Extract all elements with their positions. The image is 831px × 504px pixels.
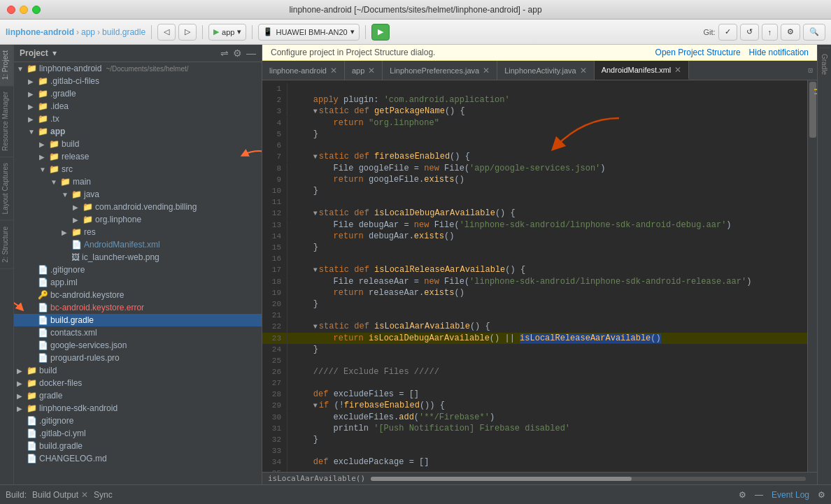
- sync-button[interactable]: Sync: [94, 490, 113, 500]
- tab-close[interactable]: ✕: [483, 66, 490, 75]
- tree-item-contacts[interactable]: ▶ 📄 contacts.xml: [14, 326, 262, 339]
- line-content[interactable]: def excludePackage = []: [293, 456, 807, 468]
- line-content[interactable]: }: [293, 185, 807, 196]
- line-content[interactable]: }: [293, 242, 807, 253]
- vtab-layout-captures[interactable]: Layout Captures: [0, 157, 13, 220]
- tab-linphone-activity[interactable]: LinphoneActivity.java ✕: [497, 61, 595, 80]
- minimize-button[interactable]: [20, 6, 28, 14]
- tree-item-build-root[interactable]: ▶ 📁 build: [14, 364, 262, 377]
- tab-close[interactable]: ✕: [330, 66, 337, 75]
- tree-item-java[interactable]: ▼ 📁 java: [14, 188, 262, 201]
- fold-icon[interactable]: ▼: [313, 153, 318, 161]
- horizontal-scrollbar-thumb[interactable]: [371, 477, 632, 481]
- panel-icon-horizontal[interactable]: ⇌: [220, 48, 229, 59]
- line-content[interactable]: ▼static def isLocalAarAvailable() {: [293, 321, 807, 333]
- code-editor[interactable]: 1 2 apply plugin: 'com.android.applicati…: [262, 80, 807, 472]
- line-content[interactable]: File googleFile = new File('app/google-s…: [293, 163, 807, 174]
- build-button[interactable]: Build:: [6, 490, 27, 500]
- git-update[interactable]: ↺: [740, 24, 759, 41]
- breadcrumb-project[interactable]: linphone-android: [6, 27, 74, 37]
- tree-item-gradle-root[interactable]: ▶ 📁 gradle: [14, 389, 262, 402]
- gear-icon[interactable]: ⚙: [739, 490, 746, 500]
- line-content[interactable]: [293, 468, 807, 472]
- line-content[interactable]: ▼static def getPackageName() {: [293, 106, 807, 117]
- minimize-panel-icon[interactable]: —: [755, 490, 763, 500]
- close-button[interactable]: [7, 6, 15, 14]
- tree-item-build-gradle-root[interactable]: ▶ 📄 build.gradle: [14, 440, 262, 452]
- line-content[interactable]: return googleFile.exists(): [293, 174, 807, 185]
- tree-item-res[interactable]: ▶ 📁 res: [14, 226, 262, 238]
- line-content[interactable]: [293, 355, 807, 366]
- open-project-structure-link[interactable]: Open Project Structure: [655, 48, 741, 57]
- tree-item-build[interactable]: ▶ 📁 build: [14, 138, 262, 150]
- tree-item-tx[interactable]: ▶ 📁 .tx: [14, 113, 262, 125]
- tree-item-com-android-vending-billing[interactable]: ▶ 📁 com.android.vending.billing: [14, 201, 262, 213]
- line-content[interactable]: File debugAar = new File('linphone-sdk-a…: [293, 219, 807, 231]
- line-content[interactable]: }: [293, 129, 807, 140]
- fold-icon[interactable]: ▼: [313, 323, 318, 331]
- tab-android-manifest[interactable]: AndroidManifest.xml ✕: [595, 61, 690, 80]
- fold-icon[interactable]: ▼: [313, 266, 318, 274]
- fold-icon[interactable]: ▼: [313, 108, 318, 115]
- tree-item-docker-files[interactable]: ▶ 📁 docker-files: [14, 377, 262, 389]
- tree-item-main[interactable]: ▼ 📁 main: [14, 175, 262, 188]
- fold-icon[interactable]: ▼: [313, 402, 318, 410]
- search-button[interactable]: 🔍: [803, 24, 825, 41]
- line-content[interactable]: [293, 445, 807, 456]
- editor-scrollbar[interactable]: [807, 80, 817, 472]
- tree-item-linphone-sdk-android[interactable]: ▶ 📁 linphone-sdk-android: [14, 402, 262, 415]
- tree-item-linphone-android[interactable]: ▼ 📁 linphone-android ~/Documents/sites/h…: [14, 62, 262, 75]
- build-output-button[interactable]: Build Output ✕: [32, 490, 88, 500]
- maximize-button[interactable]: [32, 6, 41, 14]
- line-content[interactable]: apply plugin: 'com.android.application': [293, 94, 807, 106]
- line-content[interactable]: return "org.linphone": [293, 117, 807, 129]
- line-content[interactable]: }: [293, 344, 807, 355]
- panel-icon-settings[interactable]: ⚙: [233, 48, 242, 59]
- line-content[interactable]: ▼static def isLocalDebugAarAvailable() {: [293, 208, 807, 219]
- tab-app[interactable]: app ✕: [345, 61, 383, 80]
- run-button[interactable]: ▶: [371, 24, 390, 41]
- line-content[interactable]: ///// Exclude Files /////: [293, 366, 807, 377]
- line-content[interactable]: }: [293, 434, 807, 445]
- build-output-close[interactable]: ✕: [81, 490, 88, 500]
- tree-item-idea[interactable]: ▶ 📁 .idea: [14, 100, 262, 113]
- git-settings[interactable]: ⚙: [781, 24, 800, 41]
- tree-item-gitlab-ci-files[interactable]: ▶ 📁 .gitlab-ci-files: [14, 75, 262, 87]
- panel-dropdown[interactable]: ▾: [52, 48, 57, 58]
- tree-item-app[interactable]: ▼ 📁 app: [14, 125, 262, 138]
- vtab-resource-manager[interactable]: Resource Manager: [0, 86, 13, 157]
- tree-item-proguard[interactable]: ▶ 📄 proguard-rules.pro: [14, 352, 262, 364]
- line-content[interactable]: [293, 310, 807, 321]
- tree-item-release[interactable]: ▶ 📁 release: [14, 150, 262, 163]
- breadcrumb-module[interactable]: app: [81, 27, 95, 37]
- run-config-select[interactable]: ▶ app ▾: [208, 24, 246, 41]
- event-log-settings[interactable]: ⚙: [818, 490, 825, 500]
- line-content[interactable]: [293, 83, 807, 94]
- tree-item-gitignore-root[interactable]: ▶ 📄 .gitignore: [14, 415, 262, 427]
- breadcrumb-file[interactable]: build.gradle: [102, 27, 145, 37]
- git-check[interactable]: ✓: [718, 24, 737, 41]
- line-content[interactable]: return isLocalDebugAarAvailable() || isL…: [293, 333, 807, 344]
- line-content[interactable]: ▼static def firebaseEnabled() {: [293, 151, 807, 163]
- tab-close[interactable]: ✕: [580, 66, 587, 75]
- tab-close[interactable]: ✕: [368, 66, 375, 75]
- tree-item-gitlab-ci-yml[interactable]: ▶ 📄 .gitlab-ci.yml: [14, 427, 262, 440]
- tree-item-bc-keystore[interactable]: ▶ 🔑 bc-android.keystore: [14, 289, 262, 301]
- forward-button[interactable]: ▷: [178, 24, 197, 41]
- tab-close[interactable]: ✕: [674, 65, 681, 75]
- fold-icon[interactable]: ▼: [313, 210, 318, 217]
- tree-item-ic-launcher[interactable]: ▶ 🖼 ic_launcher-web.png: [14, 251, 262, 264]
- line-content[interactable]: println '[Push Notification] Firebase di…: [293, 423, 807, 434]
- tree-item-org-linphone[interactable]: ▶ 📁 org.linphone: [14, 213, 262, 226]
- tree-item-gradle[interactable]: ▶ 📁 .gradle: [14, 87, 262, 100]
- line-content[interactable]: ▼static def isLocalReleaseAarAvailable()…: [293, 264, 807, 276]
- line-content[interactable]: excludeFiles.add('**/Firebase*'): [293, 412, 807, 423]
- vtab-project[interactable]: 1: Project: [0, 45, 13, 86]
- line-content[interactable]: [293, 140, 807, 151]
- vtab-structure[interactable]: 2: Structure: [0, 221, 13, 269]
- panel-icon-close[interactable]: —: [246, 48, 256, 59]
- horizontal-scrollbar[interactable]: [371, 477, 806, 481]
- line-content[interactable]: [293, 196, 807, 208]
- line-content[interactable]: def excludeFiles = []: [293, 389, 807, 400]
- event-log-label[interactable]: Event Log: [772, 490, 809, 500]
